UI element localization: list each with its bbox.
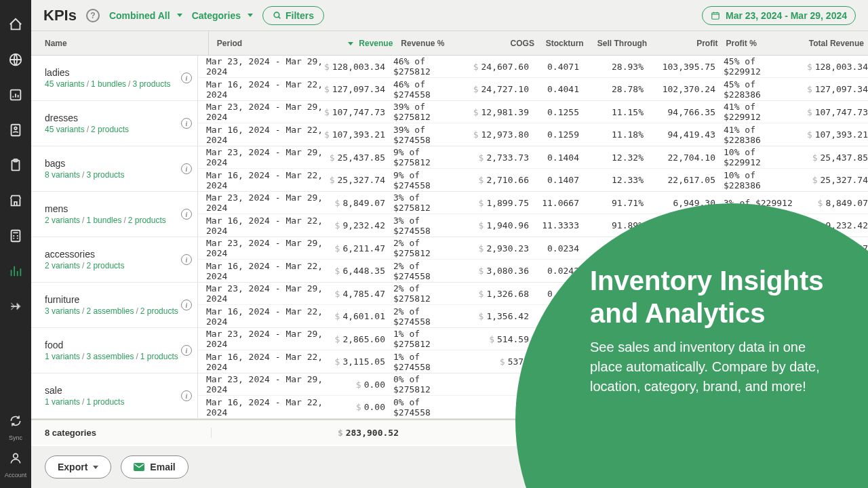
cell-period: Mar 23, 2024 - Mar 29, 2024 — [198, 283, 324, 304]
category-cell[interactable]: bags8 variants/3 productsi — [31, 146, 198, 191]
nav-contacts[interactable] — [5, 120, 26, 140]
category-name: dresses — [45, 113, 129, 123]
cell-revenue: $0.00 — [324, 402, 385, 412]
cell-period: Mar 23, 2024 - Mar 29, 2024 — [198, 238, 324, 258]
view-dropdown[interactable]: Combined All — [109, 10, 182, 21]
period-row: Mar 16, 2024 - Mar 22, 2024 $127,097.34 … — [198, 78, 868, 100]
col-stockturn[interactable]: Stockturn — [534, 39, 588, 48]
cell-cogs: $514.59 — [461, 334, 529, 344]
cell-period: Mar 23, 2024 - Mar 29, 2024 — [198, 102, 324, 122]
category-name: bags — [45, 158, 124, 169]
cell-revenue: $107,747.73 — [324, 107, 385, 117]
cell-revenue: $4,785.47 — [324, 289, 385, 299]
nav-dashboard[interactable] — [5, 14, 26, 35]
cell-cogs: $1,326.68 — [461, 289, 529, 299]
cell-profit-pct: 45% of $228386 — [715, 79, 793, 100]
caret-down-icon — [248, 14, 253, 17]
nav-reports[interactable] — [5, 85, 26, 105]
period-row: Mar 16, 2024 - Mar 22, 2024 $25,327.74 9… — [198, 169, 868, 191]
category-name: accessories — [45, 249, 124, 260]
cell-revenue-pct: 46% of $274558 — [385, 79, 461, 100]
info-icon[interactable]: i — [181, 73, 192, 83]
category-cell[interactable]: mens2 variants/1 bundles/2 productsi — [31, 192, 198, 237]
cell-cogs: $12,973.80 — [461, 129, 529, 140]
cell-period: Mar 23, 2024 - Mar 29, 2024 — [198, 374, 324, 394]
caret-down-icon — [177, 14, 182, 17]
nav-account[interactable] — [5, 448, 26, 468]
daterange-picker[interactable]: Mar 23, 2024 - Mar 29, 2024 — [702, 6, 856, 25]
cell-profit-pct: 41% of $228386 — [715, 125, 793, 145]
period-row: Mar 23, 2024 - Mar 29, 2024 $25,437.85 9… — [198, 146, 868, 169]
cell-revenue-pct: 9% of $274558 — [385, 170, 461, 190]
category-subtitle: 45 variants/1 bundles/3 products — [45, 79, 170, 89]
category-cell[interactable]: accessories2 variants/2 productsi — [31, 237, 198, 282]
cell-sellthrough: 12.33% — [583, 175, 648, 185]
cell-revenue-pct: 3% of $274558 — [385, 216, 461, 236]
nav-store[interactable] — [5, 190, 26, 211]
cell-revenue: $8,849.07 — [324, 198, 385, 208]
info-icon[interactable]: i — [181, 118, 192, 129]
info-icon[interactable]: i — [181, 345, 192, 356]
info-icon[interactable]: i — [181, 209, 192, 220]
cell-total-revenue: $128,003.34 — [793, 62, 868, 72]
cell-total-revenue: $107,747.73 — [793, 107, 868, 117]
cell-period: Mar 16, 2024 - Mar 22, 2024 — [198, 79, 324, 100]
col-profit[interactable]: Profit — [651, 39, 717, 48]
info-icon[interactable]: i — [181, 163, 192, 174]
nav-collapse[interactable] — [5, 296, 26, 317]
col-cogs[interactable]: COGS — [468, 39, 534, 48]
category-subtitle: 8 variants/3 products — [45, 170, 124, 180]
table-row: dresses45 variants/2 productsi Mar 23, 2… — [31, 101, 868, 146]
nav-sync[interactable] — [5, 411, 26, 431]
info-icon[interactable]: i — [181, 300, 192, 310]
info-icon[interactable]: i — [181, 254, 192, 265]
nav-clipboard[interactable] — [5, 155, 26, 176]
cell-total-revenue: $8,849.07 — [793, 198, 868, 208]
footer-count: 8 categories — [31, 428, 212, 438]
cell-revenue-pct: 0% of $274558 — [385, 397, 461, 418]
help-icon[interactable]: ? — [86, 9, 100, 22]
cell-period: Mar 16, 2024 - Mar 22, 2024 — [198, 397, 324, 418]
category-cell[interactable]: ladies45 variants/1 bundles/3 productsi — [31, 56, 198, 100]
col-revenue[interactable]: Revenue — [333, 39, 393, 48]
info-icon[interactable]: i — [181, 390, 192, 401]
col-period[interactable]: Period — [209, 39, 333, 48]
cell-revenue-pct: 1% of $275812 — [385, 329, 461, 349]
cell-period: Mar 23, 2024 - Mar 29, 2024 — [198, 329, 324, 349]
cell-sellthrough: 11.18% — [583, 129, 648, 140]
cell-cogs: $537. — [461, 357, 529, 367]
col-total-revenue[interactable]: Total Revenue — [795, 39, 868, 48]
cell-total-revenue: $107,393.21 — [793, 129, 868, 140]
account-label: Account — [5, 472, 27, 479]
col-profit-pct[interactable]: Profit % — [717, 39, 794, 48]
cell-cogs: $1,899.75 — [461, 198, 529, 208]
nav-calculator[interactable] — [5, 226, 26, 246]
col-sellthrough[interactable]: Sell Through — [588, 39, 651, 48]
sidebar: Sync Account — [0, 0, 31, 488]
cell-revenue: $9,232.42 — [324, 220, 385, 230]
category-subtitle: 2 variants/1 bundles/2 products — [45, 216, 166, 225]
email-button[interactable]: Email — [121, 455, 188, 479]
export-button[interactable]: Export — [45, 455, 111, 479]
category-cell[interactable]: furniture3 variants/2 assemblies/2 produ… — [31, 283, 198, 327]
cell-revenue-pct: 2% of $275812 — [385, 283, 461, 304]
filters-button[interactable]: Filters — [262, 6, 324, 25]
cell-cogs: $2,733.73 — [461, 152, 529, 163]
category-cell[interactable]: dresses45 variants/2 productsi — [31, 101, 198, 146]
category-cell[interactable]: sale1 variants/1 productsi — [31, 373, 198, 418]
cell-revenue: $128,003.34 — [324, 62, 385, 72]
cell-revenue: $25,327.74 — [324, 175, 385, 185]
col-revenue-pct[interactable]: Revenue % — [393, 39, 467, 48]
nav-world[interactable] — [5, 49, 26, 70]
col-name[interactable]: Name — [31, 31, 209, 55]
cell-stockturn: 0.1259 — [529, 129, 583, 140]
nav-kpi[interactable] — [5, 261, 26, 281]
group-dropdown[interactable]: Categories — [192, 10, 253, 21]
cell-stockturn: 0.1407 — [529, 175, 583, 185]
cell-period: Mar 16, 2024 - Mar 22, 2024 — [198, 216, 324, 236]
category-cell[interactable]: food1 variants/3 assemblies/1 productsi — [31, 328, 198, 373]
cell-period: Mar 16, 2024 - Mar 22, 2024 — [198, 125, 324, 145]
cell-revenue-pct: 3% of $275812 — [385, 192, 461, 213]
cell-revenue: $3,115.05 — [324, 357, 385, 367]
table-row: ladies45 variants/1 bundles/3 productsi … — [31, 56, 868, 101]
